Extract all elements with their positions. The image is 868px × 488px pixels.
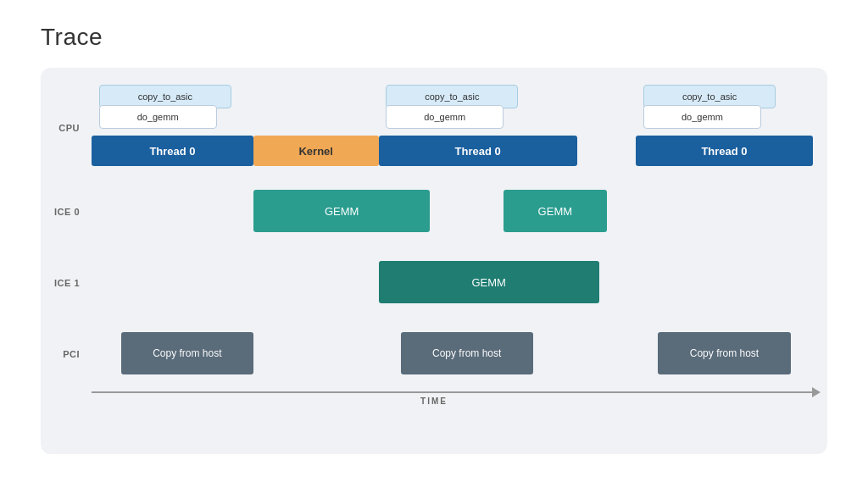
pci-copy-bar-2: Copy from host bbox=[658, 332, 790, 374]
ice0-label: ICE 0 bbox=[41, 207, 92, 217]
ice1-label: ICE 1 bbox=[41, 278, 92, 288]
do-gemm-box-0: do_gemm bbox=[99, 105, 217, 129]
ice1-gemm-bar-0: GEMM bbox=[379, 261, 599, 303]
ice0-gemm-bar-1: GEMM bbox=[504, 190, 607, 232]
page-title: Trace bbox=[41, 24, 103, 51]
ice0-gemm-bar-0: GEMM bbox=[253, 190, 430, 232]
ice0-row: ICE 0 GEMMGEMM bbox=[41, 178, 827, 246]
do-gemm-box-1: do_gemm bbox=[386, 105, 504, 129]
thread-bar-0: Thread 0 bbox=[92, 136, 253, 166]
pci-label: PCI bbox=[41, 349, 92, 359]
pci-row: PCI Copy from hostCopy from hostCopy fro… bbox=[41, 320, 827, 388]
cpu-label: CPU bbox=[41, 123, 92, 133]
time-label: TIME bbox=[41, 396, 827, 406]
cpu-content: Thread 0KernelThread 0Thread 0copy_to_as… bbox=[92, 81, 827, 175]
pci-copy-bar-0: Copy from host bbox=[121, 332, 253, 374]
pci-content: Copy from hostCopy from hostCopy from ho… bbox=[92, 320, 827, 388]
pci-copy-bar-1: Copy from host bbox=[401, 332, 533, 374]
cpu-row: CPU Thread 0KernelThread 0Thread 0copy_t… bbox=[41, 81, 827, 175]
timeline-wrapper bbox=[41, 391, 827, 393]
ice1-content: GEMM bbox=[92, 249, 827, 317]
ice0-content: GEMMGEMM bbox=[92, 178, 827, 246]
diagram-container: CPU Thread 0KernelThread 0Thread 0copy_t… bbox=[41, 68, 827, 454]
do-gemm-box-2: do_gemm bbox=[643, 105, 761, 129]
thread-bar-3: Thread 0 bbox=[636, 136, 812, 166]
timeline-line bbox=[92, 391, 814, 393]
thread-bar-2: Thread 0 bbox=[379, 136, 577, 166]
ice1-row: ICE 1 GEMM bbox=[41, 249, 827, 317]
thread-bar-1: Kernel bbox=[253, 136, 379, 166]
